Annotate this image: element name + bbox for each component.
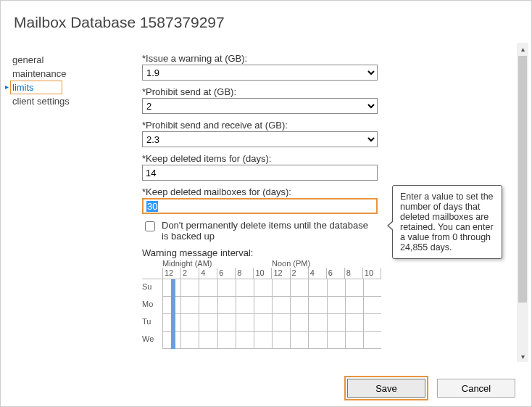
interval-cell[interactable]: [217, 297, 236, 313]
limits-form: *Issue a warning at (GB): 1.9 *Prohibit …: [120, 53, 367, 349]
main-layout: general maintenance limits client settin…: [1, 31, 531, 349]
hour-tick: 10: [253, 268, 271, 279]
interval-cell[interactable]: [308, 297, 326, 313]
scroll-down-icon[interactable]: ▾: [517, 350, 528, 362]
interval-cell[interactable]: [290, 332, 308, 348]
interval-cell[interactable]: [345, 332, 363, 348]
footer-buttons: Save Cancel: [347, 379, 515, 398]
interval-cell[interactable]: [254, 297, 272, 313]
interval-cell[interactable]: [272, 332, 290, 348]
prohibit-sr-label: *Prohibit send and receive at (GB):: [142, 120, 367, 131]
day-label: We: [142, 332, 162, 349]
save-button[interactable]: Save: [347, 379, 425, 398]
interval-day-row[interactable]: Su: [142, 279, 381, 297]
interval-noon-label: Noon (PM): [272, 259, 381, 268]
interval-cell[interactable]: [308, 314, 326, 331]
keep-items-input[interactable]: [142, 165, 378, 181]
interval-cell[interactable]: [345, 279, 363, 296]
interval-cell[interactable]: [236, 279, 254, 296]
day-label: Mo: [142, 297, 162, 314]
interval-marker: [171, 279, 175, 297]
interval-day-row[interactable]: Tu: [142, 314, 381, 332]
hour-tick: 12: [162, 268, 180, 279]
interval-cell[interactable]: [290, 279, 308, 296]
interval-cell[interactable]: [327, 314, 345, 331]
sidebar-item-general[interactable]: general: [12, 53, 120, 67]
hour-tick: 8: [235, 268, 253, 279]
sidebar-item-maintenance[interactable]: maintenance: [12, 67, 120, 81]
dont-delete-checkbox[interactable]: [145, 221, 155, 231]
interval-cell[interactable]: [363, 279, 381, 296]
prohibit-send-select[interactable]: 2: [142, 98, 378, 114]
interval-cell[interactable]: [180, 297, 199, 313]
interval-cell[interactable]: [272, 314, 290, 331]
warning-select[interactable]: 1.9: [142, 65, 378, 81]
day-label: Su: [142, 279, 162, 297]
sidebar-item-label: general: [12, 54, 43, 65]
prohibit-send-label: *Prohibit send at (GB):: [142, 86, 367, 97]
interval-cell[interactable]: [217, 314, 236, 331]
interval-cell[interactable]: [327, 332, 345, 348]
interval-cell[interactable]: [345, 297, 363, 313]
interval-cell[interactable]: [199, 314, 217, 331]
keep-mbox-label: *Keep deleted mailboxes for (days):: [142, 186, 367, 197]
interval-day-row[interactable]: Mo: [142, 297, 381, 314]
day-label: Tu: [142, 314, 162, 332]
hour-tick: 6: [217, 268, 235, 279]
vertical-scrollbar[interactable]: ▴ ▾: [517, 43, 528, 362]
sidebar: general maintenance limits client settin…: [1, 53, 120, 108]
interval-cell[interactable]: [236, 332, 254, 348]
interval-cell[interactable]: [327, 297, 345, 313]
interval-cell[interactable]: [180, 314, 199, 331]
hour-tick: 4: [308, 268, 326, 279]
interval-cell[interactable]: [363, 297, 381, 313]
hour-tick: 4: [199, 268, 217, 279]
interval-cell[interactable]: [180, 332, 199, 348]
interval-cell[interactable]: [345, 314, 363, 331]
day-cells[interactable]: [162, 297, 381, 314]
hour-tick: 10: [362, 268, 381, 279]
interval-cell[interactable]: [363, 332, 381, 348]
day-cells[interactable]: [162, 332, 381, 349]
interval-cell[interactable]: [254, 332, 272, 348]
interval-cell[interactable]: [217, 279, 236, 296]
interval-cell[interactable]: [290, 297, 308, 313]
keep-mbox-value: 30: [146, 201, 158, 212]
interval-label: Warning message interval:: [142, 247, 381, 258]
interval-day-row[interactable]: We: [142, 332, 381, 349]
interval-marker: [171, 297, 175, 314]
prohibit-sr-select[interactable]: 2.3: [142, 131, 378, 147]
interval-cell[interactable]: [272, 279, 290, 296]
scroll-thumb[interactable]: [518, 56, 527, 303]
interval-cell[interactable]: [290, 314, 308, 331]
cancel-button[interactable]: Cancel: [437, 379, 515, 398]
warning-label: *Issue a warning at (GB):: [142, 53, 367, 64]
interval-marker: [171, 314, 175, 332]
scroll-up-icon[interactable]: ▴: [517, 43, 528, 54]
interval-cell[interactable]: [254, 279, 272, 296]
interval-cell[interactable]: [199, 297, 217, 313]
sidebar-item-label: maintenance: [12, 68, 66, 79]
interval-cell[interactable]: [236, 297, 254, 313]
interval-cell[interactable]: [254, 314, 272, 331]
interval-cell[interactable]: [327, 279, 345, 296]
interval-marker: [171, 332, 175, 349]
interval-cell[interactable]: [363, 314, 381, 331]
interval-cell[interactable]: [217, 332, 236, 348]
content: *Issue a warning at (GB): 1.9 *Prohibit …: [120, 53, 531, 349]
interval-cell[interactable]: [236, 314, 254, 331]
day-cells[interactable]: [162, 279, 381, 297]
interval-cell[interactable]: [199, 332, 217, 348]
hour-tick: 8: [344, 268, 362, 279]
interval-cell[interactable]: [272, 297, 290, 313]
sidebar-item-label: client settings: [12, 96, 70, 107]
hour-tick: 2: [180, 268, 199, 279]
sidebar-item-limits[interactable]: limits: [10, 81, 62, 94]
interval-cell[interactable]: [308, 279, 326, 296]
keep-mbox-input[interactable]: 30: [142, 198, 378, 214]
day-cells[interactable]: [162, 314, 381, 332]
sidebar-item-client-settings[interactable]: client settings: [12, 94, 120, 108]
interval-cell[interactable]: [180, 279, 199, 296]
interval-cell[interactable]: [308, 332, 326, 348]
interval-cell[interactable]: [199, 279, 217, 296]
